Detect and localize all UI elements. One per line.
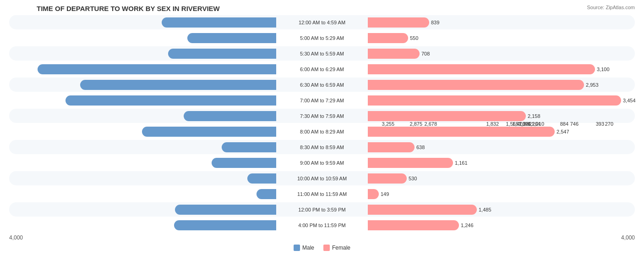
axis-left: 4,000 — [9, 234, 23, 241]
x-axis: 4,000 4,000 — [9, 234, 635, 242]
bar-male — [168, 49, 276, 59]
bar-male-value: 3,255 — [382, 121, 394, 127]
chart-row: 2,8757:00 AM to 7:29 AM3,454 — [9, 93, 635, 107]
chart-row: 1,2105:00 AM to 5:29 AM550 — [9, 31, 635, 45]
chart-row: 1,2647:30 AM to 7:59 AM2,158 — [9, 109, 635, 123]
bar-male — [184, 111, 276, 121]
bar-female-value: 1,246 — [461, 223, 474, 228]
row-label: 7:00 AM to 7:29 AM — [276, 98, 368, 103]
bar-male-value: 1,832 — [486, 121, 499, 127]
bar-female — [368, 111, 526, 121]
legend-male: Male — [294, 245, 314, 251]
bar-male — [65, 95, 276, 106]
chart-row: 8849:00 AM to 9:59 AM1,161 — [9, 156, 635, 170]
bar-female-value: 2,547 — [557, 129, 569, 134]
bar-male — [187, 33, 276, 43]
bar-male-value: 2,875 — [409, 121, 422, 127]
bar-female-value: 2,158 — [528, 113, 540, 119]
row-label: 11:00 AM to 11:59 AM — [276, 191, 368, 197]
bar-male-value: 393 — [596, 121, 604, 127]
chart-area: 1,56512:00 AM to 4:59 AM8391,2105:00 AM … — [9, 15, 635, 232]
chart-row: 1,8328:00 AM to 8:29 AM2,547 — [9, 124, 635, 139]
legend: Male Female — [9, 245, 635, 251]
chart-row: 1,4765:30 AM to 5:59 AM708 — [9, 46, 635, 61]
chart-row: 3,2556:00 AM to 6:29 AM3,100 — [9, 62, 635, 76]
bar-male-value: 270 — [605, 121, 613, 127]
legend-female-label: Female — [332, 245, 350, 251]
chart-row: 39310:00 AM to 10:59 AM530 — [9, 171, 635, 185]
row-label: 12:00 PM to 3:59 PM — [276, 207, 368, 212]
row-label: 5:00 AM to 5:29 AM — [276, 35, 368, 41]
bar-female-value: 2,953 — [586, 82, 599, 88]
row-label: 8:30 AM to 8:59 AM — [276, 145, 368, 150]
bar-female — [368, 127, 555, 137]
bar-male — [222, 142, 276, 152]
chart-row: 27011:00 AM to 11:59 AM149 — [9, 187, 635, 201]
bar-female — [368, 205, 477, 215]
chart-row: 1,3964:00 PM to 11:59 PM1,246 — [9, 218, 635, 232]
row-label: 4:00 PM to 11:59 PM — [276, 223, 368, 228]
bar-female-value: 3,454 — [623, 98, 636, 103]
legend-male-box — [294, 245, 300, 251]
row-label: 6:00 AM to 6:29 AM — [276, 67, 368, 72]
bar-male — [162, 17, 276, 28]
bar-male — [174, 220, 276, 230]
bar-male-value: 1,396 — [518, 121, 531, 127]
bar-female-value: 149 — [381, 191, 389, 197]
bar-male-value: 2,678 — [424, 121, 437, 127]
row-label: 9:00 AM to 9:59 AM — [276, 160, 368, 166]
bar-female — [368, 80, 584, 90]
bar-male-value: 746 — [570, 121, 579, 127]
bar-female — [368, 173, 407, 184]
chart-row: 1,56512:00 AM to 4:59 AM839 — [9, 15, 635, 29]
bar-female-value: 3,100 — [597, 67, 610, 72]
chart-row: 1,38212:00 PM to 3:59 PM1,485 — [9, 202, 635, 217]
source-label: Source: ZipAtlas.com — [587, 5, 635, 10]
legend-female-box — [323, 245, 330, 251]
bar-female — [368, 64, 595, 74]
bar-female — [368, 49, 420, 59]
bar-male — [80, 80, 276, 90]
chart-title: TIME OF DEPARTURE TO WORK BY SEX IN RIVE… — [9, 5, 635, 12]
row-label: 5:30 AM to 5:59 AM — [276, 51, 368, 56]
bar-female-value: 550 — [410, 35, 418, 41]
bar-female-value: 708 — [421, 51, 430, 56]
bar-female — [368, 33, 408, 43]
bar-female-value: 839 — [431, 20, 439, 25]
row-label: 8:00 AM to 8:29 AM — [276, 129, 368, 134]
bar-female-value: 1,485 — [479, 207, 491, 212]
bar-male — [38, 64, 276, 74]
bar-female — [368, 17, 429, 28]
bar-female-value: 1,161 — [455, 160, 468, 166]
bar-male — [212, 158, 276, 168]
chart-row: 2,6786:30 AM to 6:59 AM2,953 — [9, 78, 635, 92]
bar-female — [368, 95, 621, 106]
bar-female — [368, 220, 459, 230]
chart-container: TIME OF DEPARTURE TO WORK BY SEX IN RIVE… — [0, 0, 644, 273]
bar-male-value: 884 — [560, 121, 568, 127]
legend-female: Female — [323, 245, 350, 251]
bar-male — [142, 127, 276, 137]
bar-female — [368, 158, 453, 168]
bar-female-value: 638 — [416, 145, 425, 150]
bar-female-value: 530 — [409, 176, 417, 181]
bar-female — [368, 142, 415, 152]
row-label: 6:30 AM to 6:59 AM — [276, 82, 368, 88]
chart-row: 7468:30 AM to 8:59 AM638 — [9, 140, 635, 154]
legend-male-label: Male — [302, 245, 314, 251]
bar-male — [257, 189, 276, 199]
bar-male — [175, 205, 276, 215]
bar-female — [368, 189, 379, 199]
axis-right: 4,000 — [621, 234, 635, 241]
bar-male — [247, 173, 276, 184]
row-label: 10:00 AM to 10:59 AM — [276, 176, 368, 181]
row-label: 12:00 AM to 4:59 AM — [276, 20, 368, 25]
row-label: 7:30 AM to 7:59 AM — [276, 113, 368, 119]
